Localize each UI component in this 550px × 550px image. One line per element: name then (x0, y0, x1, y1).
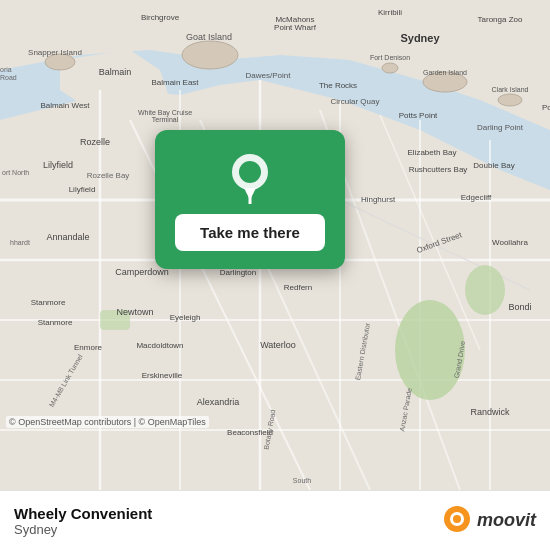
svg-text:Darlington: Darlington (220, 268, 256, 277)
svg-text:Bondi: Bondi (508, 302, 531, 312)
svg-text:Stanmore: Stanmore (31, 298, 66, 307)
svg-text:Camperdown: Camperdown (115, 267, 169, 277)
svg-text:Woollahra: Woollahra (492, 238, 528, 247)
svg-text:Newtown: Newtown (116, 307, 153, 317)
svg-text:Balmain East: Balmain East (151, 78, 199, 87)
bottom-bar: Wheely Convenient Sydney moovit (0, 490, 550, 550)
svg-text:Rozelle Bay: Rozelle Bay (87, 171, 130, 180)
svg-text:Hinghurst: Hinghurst (361, 195, 396, 204)
svg-marker-92 (244, 188, 256, 200)
svg-point-24 (182, 41, 238, 69)
svg-point-21 (465, 265, 505, 315)
svg-text:Point Wharf: Point Wharf (274, 23, 317, 32)
svg-text:Balmain: Balmain (99, 67, 132, 77)
svg-text:Alexandria: Alexandria (197, 397, 240, 407)
svg-text:Taronga Zoo: Taronga Zoo (478, 15, 523, 24)
moovit-logo[interactable]: moovit (441, 505, 536, 537)
pin-icon (224, 152, 276, 204)
popup-card: Take me there (155, 130, 345, 269)
svg-text:Circular Quay: Circular Quay (331, 97, 380, 106)
svg-text:Enmore: Enmore (74, 343, 103, 352)
svg-text:Terminal: Terminal (152, 116, 179, 123)
svg-text:Fort Denison: Fort Denison (370, 54, 410, 61)
svg-text:Po...: Po... (542, 103, 550, 112)
moovit-pin-icon (441, 505, 473, 537)
svg-text:Elizabeth Bay: Elizabeth Bay (408, 148, 457, 157)
location-city: Sydney (14, 522, 152, 537)
svg-text:Lilyfield: Lilyfield (69, 185, 96, 194)
svg-point-20 (395, 300, 465, 400)
svg-text:Garden Island: Garden Island (423, 69, 467, 76)
svg-text:Snapper Island: Snapper Island (28, 48, 82, 57)
take-me-there-button[interactable]: Take me there (175, 214, 325, 251)
svg-text:Stanmore: Stanmore (38, 318, 73, 327)
svg-text:Potts Point: Potts Point (399, 111, 438, 120)
svg-text:Road: Road (0, 74, 17, 81)
svg-text:Eyeleigh: Eyeleigh (170, 313, 201, 322)
svg-text:Goat Island: Goat Island (186, 32, 232, 42)
svg-text:Dawes/Point: Dawes/Point (246, 71, 292, 80)
svg-text:Macdoldtown: Macdoldtown (136, 341, 183, 350)
map-container[interactable]: Goat Island Snapper Island Birchgrove Mc… (0, 0, 550, 490)
svg-text:Randwick: Randwick (470, 407, 510, 417)
svg-text:The Rocks: The Rocks (319, 81, 357, 90)
svg-text:South: South (293, 477, 311, 484)
svg-point-28 (498, 94, 522, 106)
svg-point-95 (453, 515, 461, 523)
svg-text:Waterloo: Waterloo (260, 340, 296, 350)
svg-text:Redfern: Redfern (284, 283, 312, 292)
svg-point-91 (239, 161, 261, 183)
svg-point-26 (382, 63, 398, 73)
svg-text:Edgecliff: Edgecliff (461, 193, 492, 202)
copyright-text: © OpenStreetMap contributors | © OpenMap… (6, 416, 209, 428)
svg-text:Rushcutters Bay: Rushcutters Bay (409, 165, 468, 174)
svg-text:ort North: ort North (2, 169, 29, 176)
svg-text:Lilyfield: Lilyfield (43, 160, 73, 170)
svg-text:Birchgrove: Birchgrove (141, 13, 180, 22)
svg-text:Double Bay: Double Bay (473, 161, 514, 170)
svg-text:hhardt: hhardt (10, 239, 30, 246)
svg-text:Kirribili: Kirribili (378, 8, 402, 17)
svg-text:Clark Island: Clark Island (492, 86, 529, 93)
svg-text:Balmain West: Balmain West (40, 101, 90, 110)
svg-text:Rozelle: Rozelle (80, 137, 110, 147)
svg-text:Sydney: Sydney (400, 32, 440, 44)
moovit-text: moovit (477, 510, 536, 531)
location-name: Wheely Convenient (14, 505, 152, 522)
svg-text:Erskineville: Erskineville (142, 371, 183, 380)
svg-text:oria: oria (0, 66, 12, 73)
location-info: Wheely Convenient Sydney (14, 505, 152, 537)
svg-text:Darling Point: Darling Point (477, 123, 524, 132)
svg-text:Annandale: Annandale (46, 232, 89, 242)
